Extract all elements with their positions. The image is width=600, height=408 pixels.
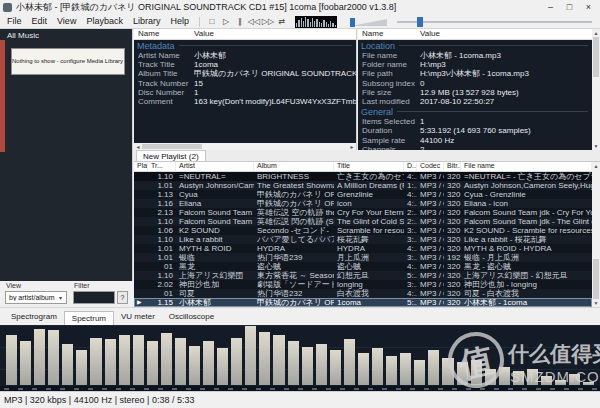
tab-oscilloscope[interactable]: Oscilloscope [162, 310, 221, 325]
playlist-row[interactable]: 2.02神田沙也加劇場版「ソードアートオンライン...longing3:..MP… [134, 280, 592, 289]
playing-indicator [134, 172, 148, 181]
property-row[interactable]: Items Selected1 [358, 117, 592, 126]
pause-button[interactable]: ∥ [233, 16, 247, 28]
section-title: Metadata [137, 41, 175, 51]
scrollbar-thumb[interactable] [593, 37, 599, 77]
playlist-column-bitr[interactable]: Bitr... [444, 162, 461, 171]
playlist-cell: 1.16 [148, 199, 176, 208]
property-row[interactable]: Folder nameH:\mp3 [358, 60, 592, 69]
stop-button[interactable]: □ [205, 16, 219, 28]
menu-playback[interactable]: Playback [81, 15, 128, 28]
scrollbar-thumb[interactable] [593, 259, 599, 299]
property-row[interactable]: Comment163 key(Don't modify)L64FU3W4YxX3… [134, 97, 356, 106]
playlist-row[interactable]: ▶1.15小林未郁甲鉄城のカバネリ ORIGINAL SO...1coma5:.… [134, 298, 592, 307]
playlist-column-pla[interactable]: Pla... [134, 162, 148, 171]
property-row[interactable]: Duration5:33.192 (14 693 760 samples) [358, 126, 592, 135]
scroll-up-icon[interactable]: ▲ [594, 162, 599, 170]
column-header-value[interactable]: Value [420, 29, 440, 39]
playlist-row[interactable]: 1.06K2 SOUNDSecondo -セコンド-Scramble for r… [134, 226, 592, 235]
playlist-row[interactable]: 1.01银临热门华语239月上瓜洲3:..MP3 / C...192 ...银临… [134, 253, 592, 262]
spectrum-visualizer[interactable] [0, 325, 600, 391]
scroll-left-icon[interactable]: ◄ [134, 144, 142, 150]
playlist-column-tr[interactable]: Tr... [148, 162, 176, 171]
playlist-row[interactable]: 1.01MYTH & ROIDHYDRAHYDRA4:..MP3 / C...3… [134, 244, 592, 253]
toolbar-visualizer[interactable] [295, 16, 337, 28]
playlist-column-album[interactable]: Album [254, 162, 334, 171]
playlist-row[interactable]: 1.10上海アリス幻樂団東方紫香花 ～ Seasonal Dream ...幻想… [134, 271, 592, 280]
menu-edit[interactable]: Edit [27, 15, 53, 28]
filter-input[interactable] [73, 291, 115, 304]
property-row[interactable]: Track Title1coma [134, 60, 356, 69]
seekbar-track[interactable] [397, 21, 592, 23]
property-row[interactable]: Sample rate44100 Hz [358, 136, 592, 145]
next-button[interactable]: ▷▷ [261, 16, 275, 28]
playlist-row[interactable]: 2.13Falcom Sound Team jdk英雄伝説 空の軌跡 the 3… [134, 208, 592, 217]
playlist-row[interactable]: 1.13Cyua甲鉄城のカバネリ ORIGINAL SO...Grenzlini… [134, 190, 592, 199]
tab-spectrogram[interactable]: Spectrogram [4, 310, 64, 325]
scroll-down-icon[interactable]: ▼ [594, 299, 599, 307]
metadata-horizontal-scrollbar[interactable]: ◄ ► [134, 143, 356, 150]
property-row[interactable]: File name小林未郁 - 1coma.mp3 [358, 51, 592, 60]
volume-slider[interactable] [343, 16, 389, 28]
playlist-row[interactable]: 1.16Eliana甲鉄城のカバネリ ORIGINAL SO...icon4:.… [134, 199, 592, 208]
section-rule [179, 45, 352, 46]
menu-file[interactable]: File [2, 15, 27, 28]
playlist-column-title[interactable]: Title [334, 162, 404, 171]
tab-vu-meter[interactable]: VU meter [114, 310, 162, 325]
column-header-value[interactable]: Value [194, 29, 214, 39]
menu-library[interactable]: Library [128, 15, 166, 28]
playlist-row[interactable]: 1.10=NEUTRAL=BRIGHTNESS亡き王女の為のセプテット4:..M… [134, 172, 592, 181]
playlist-cell: Cry For Your Eternity [334, 208, 404, 217]
scroll-up-icon[interactable]: ▲ [594, 29, 599, 37]
playlist-vertical-scrollbar[interactable]: ▲ ▼ [592, 162, 600, 307]
property-row[interactable]: Album Title甲鉄城のカバネリ ORIGINAL SOUNDTRACK [134, 69, 356, 78]
property-row[interactable]: Last modified2017-08-10 22:50:27 [358, 97, 592, 106]
scroll-down-icon[interactable]: ▼ [594, 142, 599, 150]
mini-visualizer-bar [328, 24, 329, 27]
playlist-row[interactable]: 01黑龙盗心贼盗心贼4:..MP3 / C...320 ...黑龙 - 盗心贼 [134, 262, 592, 271]
playlist-cell: MP3 / C... [417, 280, 444, 289]
playlist-tab[interactable]: New Playlist (2) [136, 150, 206, 161]
seekbar-handle[interactable] [417, 17, 423, 27]
minimize-button[interactable]: – [541, 1, 560, 14]
tab-spectrum[interactable]: Spectrum [64, 311, 114, 326]
menu-help[interactable]: Help [165, 15, 194, 28]
location-vertical-scrollbar[interactable]: ▲ ▼ [592, 29, 600, 150]
playlist-row[interactable]: 1.10Like a rabbitババア愛してるババアまみれの...桜花乱舞3:… [134, 235, 592, 244]
playlist-column-d[interactable]: D... [404, 162, 417, 171]
property-row[interactable]: File pathH:\mp3\小林未郁 - 1coma.mp3 [358, 69, 592, 78]
menu-view[interactable]: View [52, 15, 81, 28]
title-bar[interactable]: 小林未郁 - [甲鉄城のカバネリ ORIGINAL SOUNDTRACK CD1… [0, 0, 600, 15]
section-header: General [358, 106, 592, 117]
scroll-right-icon[interactable]: ► [348, 144, 356, 150]
seekbar[interactable] [397, 16, 592, 28]
random-button[interactable]: ⇄ [275, 16, 289, 28]
play-button[interactable]: ▷ [219, 16, 233, 28]
playlist-column-headers: Pla...Tr...ArtistAlbumTitleD...CodecBitr… [134, 162, 600, 172]
property-row[interactable]: Subsong index0 [358, 79, 592, 88]
property-value: 44100 Hz [420, 136, 592, 145]
filter-help-button[interactable]: ? [117, 291, 128, 304]
playlist-column-codec[interactable]: Codec [417, 162, 444, 171]
column-header-name[interactable]: Name [358, 29, 420, 39]
property-name: Track Title [134, 60, 194, 69]
playlist-column-artist[interactable]: Artist [176, 162, 254, 171]
view-dropdown[interactable]: by artist/album ▾ [5, 291, 67, 304]
playlist-row[interactable]: 1.10Falcom Sound Team jdk英雄伝説 閃の軌跡 (Sen … [134, 217, 592, 226]
property-row[interactable]: Track Number15 [134, 79, 356, 88]
scrollbar-thumb[interactable] [142, 144, 202, 149]
column-header-name[interactable]: Name [134, 29, 194, 39]
playlist-row[interactable]: 1.01Austyn Johnson/Cameron...The Greates… [134, 181, 592, 190]
property-row[interactable]: Artist Name小林未郁 [134, 51, 356, 60]
window-title: 小林未郁 - [甲鉄城のカバネリ ORIGINAL SOUNDTRACK CD1… [16, 1, 541, 14]
maximize-button[interactable]: □ [560, 1, 579, 14]
property-row[interactable]: File size12.9 MB (13 527 928 bytes) [358, 88, 592, 97]
previous-button[interactable]: ◁◁ [247, 16, 261, 28]
playlist-cell: 320 ... [444, 217, 461, 226]
volume-handle[interactable] [350, 18, 355, 27]
spectrum-bar [386, 356, 397, 385]
property-row[interactable]: Disc Number1 [134, 88, 356, 97]
playlist-column-filename[interactable]: File name [461, 162, 592, 171]
playlist-row[interactable]: 01司夏热门华语232白衣渡我4:..MP3 / C...320 ...司夏 -… [134, 289, 592, 298]
close-button[interactable]: × [579, 1, 598, 14]
